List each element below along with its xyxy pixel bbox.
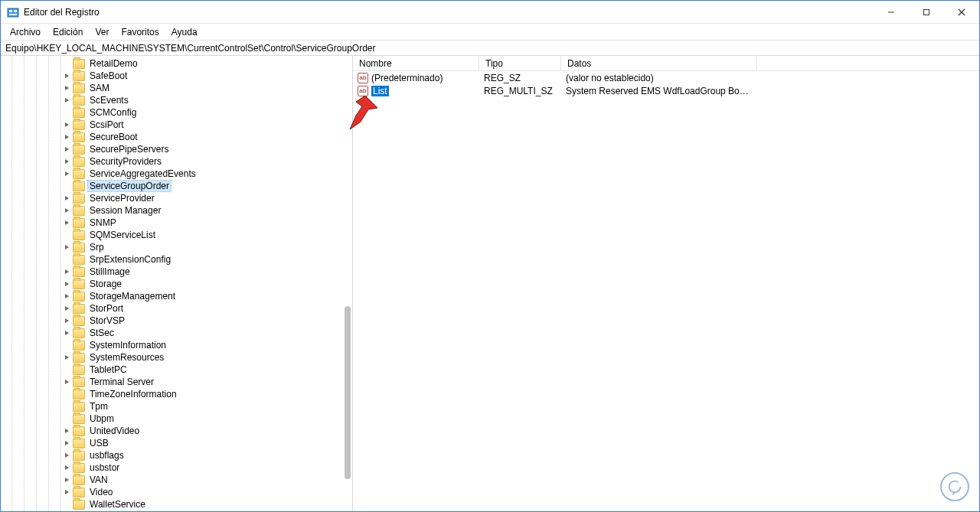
expand-toggle-icon[interactable]	[64, 378, 71, 386]
expand-toggle-icon[interactable]	[64, 427, 71, 435]
maximize-button[interactable]	[909, 1, 944, 24]
tree-item[interactable]: StillImage	[1, 266, 352, 278]
expand-toggle-icon[interactable]	[64, 72, 71, 80]
expand-toggle-icon[interactable]	[64, 121, 71, 129]
tree-item[interactable]: Session Manager	[1, 204, 352, 217]
expand-toggle-icon[interactable]	[64, 170, 71, 178]
col-type[interactable]: Tipo	[479, 56, 561, 70]
tree-item[interactable]: SNMP	[1, 217, 352, 229]
tree-item[interactable]: UnitedVideo	[1, 425, 352, 437]
expand-toggle-icon[interactable]	[64, 219, 71, 227]
folder-icon	[73, 59, 85, 69]
svg-rect-0	[8, 8, 18, 17]
tree-item[interactable]: ScsiPort	[1, 119, 352, 131]
svg-marker-15	[65, 147, 69, 152]
value-data: (valor no establecido)	[561, 73, 757, 83]
menu-help[interactable]: Ayuda	[165, 25, 204, 39]
folder-icon	[73, 451, 85, 461]
tree-item[interactable]: SCMConfig	[1, 106, 352, 119]
tree-item[interactable]: ServiceProvider	[1, 192, 352, 204]
expand-toggle-icon[interactable]	[64, 439, 71, 447]
menu-view[interactable]: Ver	[89, 25, 115, 39]
tree-item[interactable]: SecureBoot	[1, 131, 352, 143]
tree-item[interactable]: Tpm	[1, 400, 352, 413]
expand-toggle-icon[interactable]	[64, 452, 71, 459]
tree-item[interactable]: SystemResources	[1, 351, 352, 364]
expand-toggle-icon[interactable]	[64, 354, 71, 361]
address-bar[interactable]: Equipo\HKEY_LOCAL_MACHINE\SYSTEM\Current…	[1, 41, 979, 56]
tree-pane[interactable]: RetailDemoSafeBootSAMScEventsSCMConfigSc…	[1, 56, 353, 511]
minimize-button[interactable]	[874, 1, 909, 24]
tree-item[interactable]: SecurityProviders	[1, 155, 352, 168]
col-data[interactable]: Datos	[561, 56, 757, 70]
folder-icon	[73, 145, 85, 155]
expand-toggle-icon[interactable]	[64, 194, 71, 202]
tree-item[interactable]: usbflags	[1, 449, 352, 461]
tree-item[interactable]: StorageManagement	[1, 290, 352, 302]
tree-item[interactable]: Video	[1, 486, 352, 498]
tree-item[interactable]: ServiceAggregatedEvents	[1, 168, 352, 180]
tree-item[interactable]: StorPort	[1, 302, 352, 315]
expand-toggle-icon[interactable]	[64, 488, 71, 496]
expand-toggle-icon[interactable]	[64, 158, 71, 165]
tree-item[interactable]: usbstor	[1, 461, 352, 474]
expand-toggle-icon[interactable]	[64, 145, 71, 153]
value-row[interactable]: abListREG_MULTI_SZSystem Reserved EMS Wd…	[353, 84, 979, 97]
expand-toggle-icon[interactable]	[64, 329, 71, 337]
tree-item[interactable]: TimeZoneInformation	[1, 388, 352, 400]
tree-item[interactable]: SrpExtensionConfig	[1, 253, 352, 266]
tree-scrollbar[interactable]	[345, 56, 351, 511]
titlebar[interactable]: Editor del Registro	[1, 1, 979, 24]
menu-favorites[interactable]: Favoritos	[115, 25, 165, 39]
expand-toggle-icon[interactable]	[64, 292, 71, 300]
tree-item[interactable]: RetailDemo	[1, 57, 352, 70]
tree-item[interactable]: SystemInformation	[1, 339, 352, 351]
tree-item[interactable]: SecurePipeServers	[1, 143, 352, 155]
tree-item[interactable]: SAM	[1, 82, 352, 94]
value-data: System Reserved EMS WdfLoadGroup Boot Bu…	[561, 86, 757, 96]
tree-item[interactable]: TabletPC	[1, 364, 352, 376]
tree-item-label: ScEvents	[88, 95, 130, 106]
values-header[interactable]: Nombre Tipo Datos	[353, 56, 979, 71]
expand-toggle-icon[interactable]	[64, 268, 71, 276]
expand-toggle-icon[interactable]	[64, 207, 71, 214]
tree-item[interactable]: Terminal Server	[1, 376, 352, 388]
expand-toggle-icon[interactable]	[64, 133, 71, 141]
value-row[interactable]: ab(Predeterminado)REG_SZ(valor no establ…	[353, 71, 979, 84]
expand-toggle-icon[interactable]	[64, 84, 71, 92]
assistant-bubble-icon[interactable]	[940, 472, 969, 501]
col-name[interactable]: Nombre	[353, 56, 479, 70]
tree-item[interactable]: ServiceGroupOrder	[1, 180, 352, 192]
tree-item[interactable]: ScEvents	[1, 94, 352, 106]
tree-item-label: usbstor	[88, 462, 121, 473]
expand-toggle-icon[interactable]	[64, 476, 71, 484]
tree-item[interactable]: WalletService	[1, 498, 352, 510]
tree-item-label: SystemResources	[88, 352, 165, 363]
tree-item[interactable]: StSec	[1, 327, 352, 339]
svg-marker-42	[65, 478, 69, 482]
expand-toggle-icon[interactable]	[64, 96, 71, 104]
tree-item[interactable]: USB	[1, 437, 352, 449]
expand-toggle-icon[interactable]	[64, 280, 71, 288]
tree-item-label: SecurityProviders	[88, 156, 163, 167]
expand-toggle-icon[interactable]	[64, 243, 71, 251]
tree-item[interactable]: Storage	[1, 278, 352, 290]
menu-edit[interactable]: Edición	[47, 25, 89, 39]
expand-toggle-icon[interactable]	[64, 317, 71, 324]
menu-file[interactable]: Archivo	[4, 25, 47, 39]
tree-item-label: SQMServiceList	[88, 230, 157, 240]
tree-item[interactable]: Srp	[1, 241, 352, 253]
close-button[interactable]	[944, 1, 979, 24]
tree-item[interactable]: StorVSP	[1, 315, 352, 327]
tree-item[interactable]: Ubpm	[1, 413, 352, 425]
tree-item[interactable]: SQMServiceList	[1, 229, 352, 241]
svg-marker-43	[65, 490, 69, 494]
tree-item[interactable]: SafeBoot	[1, 70, 352, 82]
expand-toggle-icon[interactable]	[64, 464, 71, 471]
values-list[interactable]: ab(Predeterminado)REG_SZ(valor no establ…	[353, 71, 979, 511]
folder-icon	[73, 243, 85, 253]
expand-toggle-icon[interactable]	[64, 305, 71, 312]
tree-scrollbar-thumb[interactable]	[345, 306, 351, 479]
tree-item[interactable]: VAN	[1, 474, 352, 486]
tree-item-label: SCMConfig	[88, 107, 138, 118]
